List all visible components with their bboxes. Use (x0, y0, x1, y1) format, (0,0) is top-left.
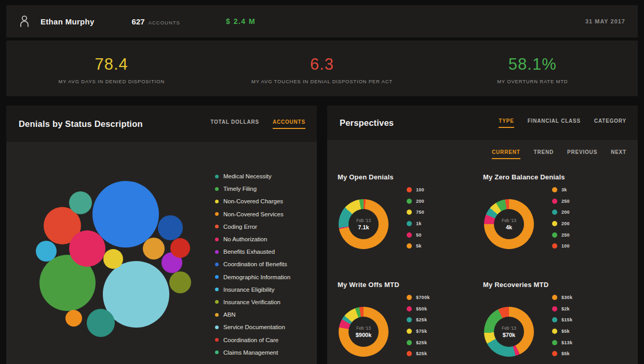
donut-legend-dot (552, 306, 557, 311)
kpi-value: 58.1% (508, 55, 557, 74)
donut-legend-item: $15k (552, 314, 572, 326)
donut-title: My Recoveries MTD (483, 281, 548, 289)
donut-legend-dot (552, 340, 557, 345)
legend-dot (215, 250, 219, 254)
legend-label: Benefits Exhausted (223, 249, 275, 255)
kpi-value: 6.3 (310, 55, 334, 74)
donut-legend: $700k$50k$25k$75k$25k$25k (407, 292, 430, 359)
bubble[interactable] (103, 249, 123, 269)
bubble[interactable] (143, 238, 165, 259)
legend-dot (215, 200, 219, 203)
bubble[interactable] (92, 181, 159, 248)
donut-total: $900k (356, 332, 372, 338)
donut-legend-item: 100 (407, 184, 424, 196)
donut-legend-value: $75k (416, 329, 427, 334)
legend-item: Demographic Information (215, 271, 290, 283)
donut-total: 7.1k (358, 224, 369, 230)
legend-item: Coordination of Benefits (215, 258, 290, 270)
legend-label: Claims Management (223, 349, 278, 356)
donut-legend-item: 250 (552, 229, 570, 241)
donut-legend-value: 250 (561, 232, 570, 238)
donut-chart[interactable]: Feb '13 4k (484, 199, 534, 249)
legend-label: Coding Error (223, 224, 257, 230)
donut-legend-dot (552, 295, 557, 300)
donut-legend-item: 3k (552, 184, 570, 196)
legend-item: Service Documentation (215, 321, 290, 333)
kpi-value: 78.4 (95, 55, 128, 74)
donut-legend-value: $25k (416, 317, 427, 322)
bubble[interactable] (170, 238, 190, 258)
bubble-chart (6, 142, 214, 364)
tab-type[interactable]: TYPE (499, 118, 514, 128)
donut-legend-item: 200 (552, 218, 570, 229)
donut-legend-value: 100 (561, 243, 570, 249)
donut-legend-value: $2k (561, 306, 570, 311)
tab-total-dollars[interactable]: TOTAL DOLLARS (210, 119, 259, 129)
subtab-next[interactable]: NEXT (611, 149, 626, 159)
donut-my-zero-balance-denials: My Zero Balance Denials Feb '13 4k 3k250… (483, 171, 631, 275)
donut-legend-item: $5k (552, 326, 572, 337)
donut-chart[interactable]: Feb '13 $900k (339, 307, 388, 357)
accounts-label: ACCOUNTS (149, 20, 180, 25)
legend-label: No Authorization (223, 236, 267, 242)
donut-title: My Write Offs MTD (338, 281, 399, 289)
donut-legend-item: 250 (552, 196, 570, 207)
accounts-count: 627 (132, 17, 145, 26)
donut-chart[interactable]: Feb '13 $70k (484, 307, 534, 357)
donut-center: Feb '13 $70k (494, 317, 524, 347)
donut-legend-value: $50k (416, 306, 427, 311)
user-name: Ethan Murphy (41, 17, 95, 26)
donut-legend-dot (552, 187, 557, 192)
legend-item: Coordination of Care (215, 333, 290, 346)
bubble[interactable] (65, 310, 82, 327)
legend-item: Timely Filing (215, 183, 290, 195)
donut-legend-value: $25k (416, 340, 427, 345)
perspectives-panel-title: Perspectives (340, 118, 394, 128)
donut-legend-item: $25k (407, 314, 430, 326)
donut-legend-value: 3k (561, 187, 567, 192)
donut-legend-dot (407, 351, 412, 356)
bubble[interactable] (158, 215, 183, 240)
subtab-current[interactable]: CURRENT (492, 149, 520, 159)
legend-dot (215, 350, 219, 354)
legend-dot (215, 326, 219, 329)
donut-legend-dot (552, 317, 557, 322)
donut-legend-item: $75k (407, 326, 430, 337)
bubble[interactable] (69, 191, 92, 214)
donut-legend-dot (552, 351, 557, 356)
donut-legend-dot (407, 295, 412, 300)
donut-chart[interactable]: Feb '13 7.1k (339, 199, 388, 249)
tab-category[interactable]: CATEGORY (594, 118, 626, 128)
legend-dot (215, 263, 219, 266)
perspectives-subtabs: CURRENTTRENDPREVIOUSNEXT (492, 149, 626, 159)
bubble[interactable] (69, 230, 105, 267)
accounts-summary: 627 ACCOUNTS (132, 17, 180, 26)
total-amount: $ 2.4 M (226, 17, 256, 25)
denials-panel-title: Denials by Status Description (19, 119, 143, 129)
legend-dot (215, 175, 219, 178)
donut-period: Feb '13 (502, 218, 516, 223)
donut-total: 4k (506, 224, 512, 230)
legend-dot (215, 338, 219, 342)
subtab-previous[interactable]: PREVIOUS (567, 149, 597, 159)
tab-financial-class[interactable]: FINANCIAL CLASS (528, 118, 581, 128)
donut-legend-value: 200 (561, 210, 570, 215)
donut-legend-item: $2k (552, 303, 572, 315)
donut-my-open-denials: My Open Denials Feb '13 7.1k 1002007501k… (338, 171, 486, 275)
kpi-label: MY OVERTURN RATE MTD (497, 79, 568, 84)
subtab-trend[interactable]: TREND (534, 149, 554, 159)
dashboard: Ethan Murphy 627 ACCOUNTS $ 2.4 M 31 MAY… (0, 0, 644, 364)
donut-legend-dot (407, 243, 412, 249)
donut-legend-item: $13k (552, 337, 572, 348)
user-icon (18, 14, 31, 29)
bubble[interactable] (169, 271, 191, 293)
donut-legend-item: 50 (407, 229, 424, 241)
tab-accounts[interactable]: ACCOUNTS (273, 119, 305, 129)
bubble[interactable] (87, 309, 115, 337)
denials-panel: Denials by Status Description TOTAL DOLL… (6, 106, 317, 364)
donut-legend-value: $13k (561, 340, 572, 345)
bubble[interactable] (36, 241, 57, 262)
report-date: 31 MAY 2017 (585, 18, 625, 24)
legend-item: No Authorization (215, 233, 290, 245)
donut-legend-dot (407, 187, 412, 192)
